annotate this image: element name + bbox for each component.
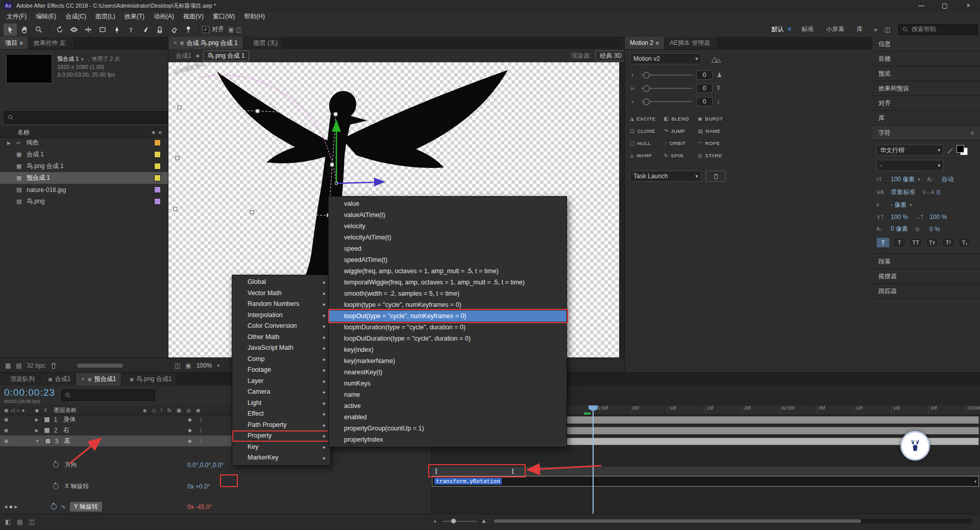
chevron-down-icon[interactable]: ▾	[910, 203, 912, 207]
quality-switch-icon[interactable]: ◆	[188, 438, 192, 444]
panel-grid-icon[interactable]: ◫	[881, 26, 893, 33]
expression-submenu-item[interactable]: smooth(width = .2, samples = 5, t = time…	[329, 288, 567, 299]
project-item-row[interactable]: ▨ 鸟.png	[0, 196, 168, 207]
expression-submenu-item[interactable]: wiggle(freq, amp, octaves = 1, amp_mult …	[329, 266, 567, 277]
expression-menu-item[interactable]: Key ▸	[232, 442, 330, 453]
workspace-item[interactable]: 小屏幕	[821, 25, 851, 34]
project-search-box[interactable]	[4, 111, 169, 124]
panel-header[interactable]: 预览	[872, 66, 980, 81]
label-column-icon[interactable]: ◆	[152, 130, 155, 135]
project-item-row[interactable]: ▨ nature-016.jpg	[0, 184, 168, 196]
expression-menu-item[interactable]: Comp ▸	[232, 354, 330, 365]
help-search-box[interactable]: 搜索帮助	[898, 24, 978, 35]
task-launch-dropdown[interactable]: Task Launch ▾	[630, 171, 701, 182]
zoom-out-icon[interactable]: ▴	[434, 518, 436, 523]
brush-tool-icon[interactable]	[139, 23, 152, 36]
horizontal-scale-value[interactable]: 100 %	[929, 213, 947, 221]
timeline-view-toggle-icon[interactable]: ◧	[5, 518, 11, 525]
close-button[interactable]: ×	[957, 0, 980, 11]
expression-menu-item[interactable]: Interpolation ▸	[232, 310, 330, 321]
viewer-tab[interactable]: 图层 (无)	[243, 37, 283, 49]
panel-header[interactable]: 音频	[872, 52, 980, 66]
eye-icon[interactable]: ◉	[0, 417, 9, 422]
font-family-dropdown[interactable]: 华文行楷 ▾	[876, 144, 944, 156]
property-value[interactable]: 0x +0.0°	[187, 483, 210, 490]
panel-menu-icon[interactable]: ≡	[656, 40, 659, 46]
switch-column-icon[interactable]: ◈	[143, 407, 147, 413]
timeline-search-box[interactable]	[61, 390, 155, 401]
property-label[interactable]: Y 轴旋转	[70, 502, 102, 512]
puppet-pin-tool-icon[interactable]	[182, 23, 195, 36]
motion-script-button[interactable]: ◧ BLEND	[664, 113, 698, 124]
expression-text[interactable]: transform.yRotation	[434, 478, 502, 485]
label-color-chip[interactable]	[154, 139, 161, 146]
project-item-row[interactable]: ▦ 鸟.png 合成 1	[0, 160, 168, 172]
panel-header[interactable]: 库	[872, 111, 980, 126]
expression-keyframe-icon[interactable]: I	[511, 468, 514, 475]
slider-target-icon[interactable]: Ŧ	[717, 85, 720, 92]
faux-style-button[interactable]: TT	[909, 237, 922, 248]
snap-option-icon[interactable]: ◫	[236, 26, 241, 33]
font-size-value[interactable]: 100 像素	[891, 175, 915, 184]
panel-tab[interactable]: 项目 ≡	[0, 37, 29, 49]
label-color-chip[interactable]	[154, 198, 161, 205]
expression-menu-item[interactable]: JavaScript Math ▸	[232, 343, 330, 354]
current-time-display[interactable]: 0:00:00:23	[4, 387, 55, 398]
menu-item[interactable]: 文件(F)	[2, 12, 31, 21]
layer-name-column-header[interactable]: 图层名称	[47, 406, 77, 414]
project-item-row[interactable]: ▦ 合成 1	[0, 149, 168, 160]
baseline-shift-value[interactable]: 0 像素	[891, 225, 908, 233]
workspace-menu-icon[interactable]: ≡	[788, 26, 791, 33]
switch-column-icon[interactable]: ◇	[152, 407, 156, 413]
project-item-row[interactable]: ▶ ▱ 纯色	[0, 137, 168, 149]
expression-keyframe-icon[interactable]: I	[435, 468, 437, 475]
renderer-value[interactable]: 经典 3D	[595, 51, 626, 61]
motion-script-button[interactable]: ▢ NULL	[630, 138, 664, 148]
panel-menu-icon[interactable]: ≡	[20, 40, 23, 46]
project-item-row[interactable]: ▦ 预合成 1	[0, 172, 168, 184]
panel-tab[interactable]: Motion 2 ≡	[625, 37, 665, 49]
motion-script-button[interactable]: ◫ CLONE	[630, 126, 664, 136]
kerning-value[interactable]: 度量标准	[891, 188, 915, 197]
eraser-tool-icon[interactable]	[167, 23, 181, 36]
expression-submenu-item[interactable]: key(markerName)	[329, 355, 567, 367]
expression-menu-item[interactable]: Effect ▸	[232, 408, 330, 420]
project-footer-icon[interactable]: ▤	[16, 362, 21, 369]
fill-color-swatch[interactable]	[957, 145, 968, 155]
zoom-tool-icon[interactable]	[32, 23, 45, 36]
expression-menu-item[interactable]: Random Numbers ▸	[232, 299, 330, 310]
twirl-icon[interactable]: ▶	[9, 428, 39, 433]
viewer-tab[interactable]: × ▣ 合成 鸟.png 合成 1	[168, 37, 243, 49]
camera-orbit-tool-icon[interactable]	[67, 23, 81, 36]
eye-icon[interactable]: ◉	[0, 427, 9, 433]
expression-submenu-item[interactable]: enabled	[329, 412, 567, 423]
label-color-chip[interactable]	[154, 175, 161, 181]
number-column-icon[interactable]: #	[39, 407, 47, 413]
delete-button[interactable]	[705, 171, 726, 182]
chevron-down-icon[interactable]: ▾	[918, 177, 920, 182]
property-row-orientation[interactable]: 方向 0.0°,0.0°,0.0°	[0, 460, 431, 470]
slider-knob[interactable]	[643, 85, 650, 92]
timeline-tab[interactable]: ▣ 合成1	[40, 373, 76, 386]
monitor-icon[interactable]: ▣	[185, 362, 191, 369]
switch-column-icon[interactable]: fx	[167, 407, 172, 413]
expression-submenu-item[interactable]: name	[329, 389, 567, 400]
expression-menu-item[interactable]: Path Property ▸	[232, 420, 330, 431]
property-row-y-rotation[interactable]: ◀ ◆ ▶ ∿ Y 轴旋转 0x -45.0°	[0, 501, 431, 512]
switch-column-icon[interactable]: ◎	[186, 407, 191, 413]
expression-submenu-item[interactable]: active	[329, 400, 567, 412]
transfer-switch-icon[interactable]: \	[200, 417, 202, 423]
preset-dropdown[interactable]: Motion v2 ▾	[630, 53, 701, 64]
expression-editor-field[interactable]: transform.yRotation ▾	[432, 476, 979, 487]
motion-script-button[interactable]: ↷ JUMP	[664, 126, 698, 136]
layer-name[interactable]: 左	[58, 437, 70, 445]
expression-submenu-item[interactable]: valueAtTime(t)	[329, 209, 567, 221]
timeline-scrollbar-thumb[interactable]	[494, 519, 861, 523]
expression-submenu-item[interactable]: velocityAtTime(t)	[329, 232, 567, 243]
expression-submenu-item[interactable]: propertyGroup(countUp = 1)	[329, 423, 567, 434]
snap-checkbox[interactable]: ✓	[202, 26, 209, 33]
timeline-tab[interactable]: 渲染队列	[0, 373, 40, 386]
slider-target-icon[interactable]: ↕	[717, 98, 720, 105]
expression-submenu-item[interactable]: numKeys	[329, 378, 567, 389]
slider-target-icon[interactable]: ♟	[717, 71, 722, 79]
